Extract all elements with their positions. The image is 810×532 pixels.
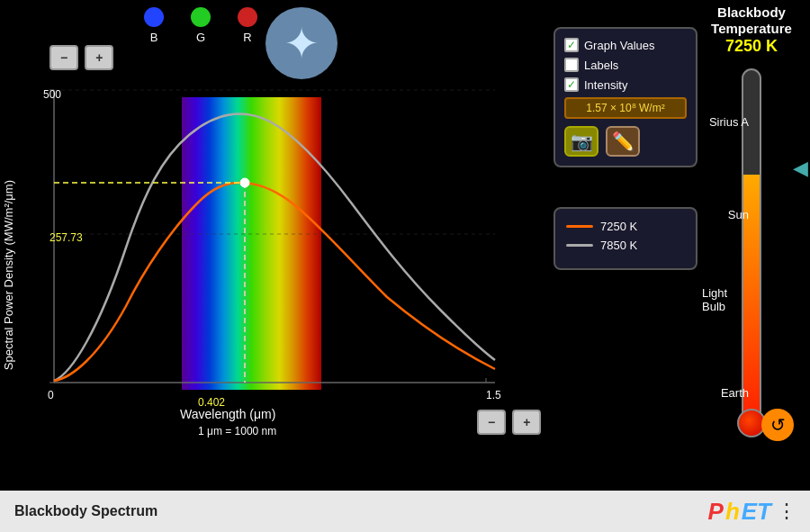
y-zero-label: 0 [48,389,54,401]
phet-logo-area: P h ET ⋮ [708,498,796,526]
graph-svg [45,86,504,401]
refresh-button[interactable]: ↺ [761,409,794,441]
intensity-row[interactable]: ✓ Intensity [564,77,687,92]
legend-row-2: 7850 K [566,239,685,252]
thermo-label-sun: Sun [728,208,749,221]
zoom-bottom-group: − + [477,410,544,435]
phet-et: ET [742,498,771,526]
legend-line-orange [566,225,593,228]
green-dot [191,7,211,27]
zoom-top-group: − + [50,45,116,70]
temperature-arrow[interactable]: ◀ [793,157,808,180]
app-title: Blackbody Spectrum [14,503,158,519]
y-max-label: 500 [43,88,61,101]
red-label: R [243,31,251,44]
legend-temp-1: 7250 K [600,220,637,233]
thermo-container: Sirius A Sun Light Bulb Earth ◀ [702,59,801,446]
x-sub-label: 1 μm = 1000 nm [198,425,276,437]
bottom-bar: Blackbody Spectrum P h ET ⋮ [0,491,810,532]
y-axis-label: Spectral Power Density (MW/m²/μm) [2,180,15,370]
blue-dot [144,7,164,27]
thermo-label-sirius: Sirius A [709,114,749,128]
thermo-label-lightbulb: Light Bulb [702,286,749,313]
icon-row: 📷 ✏️ [564,126,687,157]
erase-button[interactable]: ✏️ [606,126,640,157]
dot-blue[interactable]: B [144,7,164,44]
legend-temp-2: 7850 K [600,239,637,252]
graph-values-checkbox[interactable]: ✓ [564,38,579,52]
star-icon: ✦ [266,7,338,79]
zoom-out-bottom-button[interactable]: − [477,410,506,435]
phet-logo: P h ET [708,498,771,526]
intensity-label: Intensity [584,78,627,92]
controls-panel: ✓ Graph Values ✓ Labels ✓ Intensity 1.57… [554,27,698,167]
camera-button[interactable]: 📷 [564,126,598,157]
peak-value-label: 257.73 [50,231,83,244]
dot-red[interactable]: R [238,7,257,44]
zoom-in-top-button[interactable]: + [85,45,113,70]
thermo-temp-value: 7250 K [702,37,801,56]
more-options-button[interactable]: ⋮ [777,500,796,523]
thermo-label-earth: Earth [721,385,749,399]
x-axis-label: Wavelength (μm) [180,407,275,421]
red-dot [238,7,257,27]
labels-row[interactable]: ✓ Labels [564,58,687,72]
labels-checkbox[interactable]: ✓ [564,58,579,72]
graph-values-row[interactable]: ✓ Graph Values [564,38,687,52]
intensity-checkbox[interactable]: ✓ [564,77,579,92]
x-max-label: 1.5 [486,389,501,401]
graph-values-label: Graph Values [584,39,655,52]
intensity-value: 1.57 × 10⁸ W/m² [564,97,687,119]
phet-h: h [725,498,740,526]
dot-green[interactable]: G [191,7,211,44]
color-dots: B G R [144,7,257,44]
legend-panel: 7250 K 7850 K [554,207,698,270]
thermo-title: BlackbodyTemperature [702,5,801,37]
phet-p: P [708,498,724,526]
blue-label: B [150,31,158,44]
zoom-in-bottom-button[interactable]: + [512,410,541,435]
svg-point-9 [240,178,249,187]
green-label: G [196,31,205,44]
labels-label: Labels [584,59,618,72]
legend-row-1: 7250 K [566,220,685,233]
thermometer-panel: BlackbodyTemperature 7250 K Sirius A Sun… [702,5,801,482]
star-shape: ✦ [284,18,320,68]
simulation-area: Spectral Power Density (MW/m²/μm) − + B … [0,0,810,491]
legend-line-gray [566,244,593,247]
zoom-out-top-button[interactable]: − [50,45,78,70]
